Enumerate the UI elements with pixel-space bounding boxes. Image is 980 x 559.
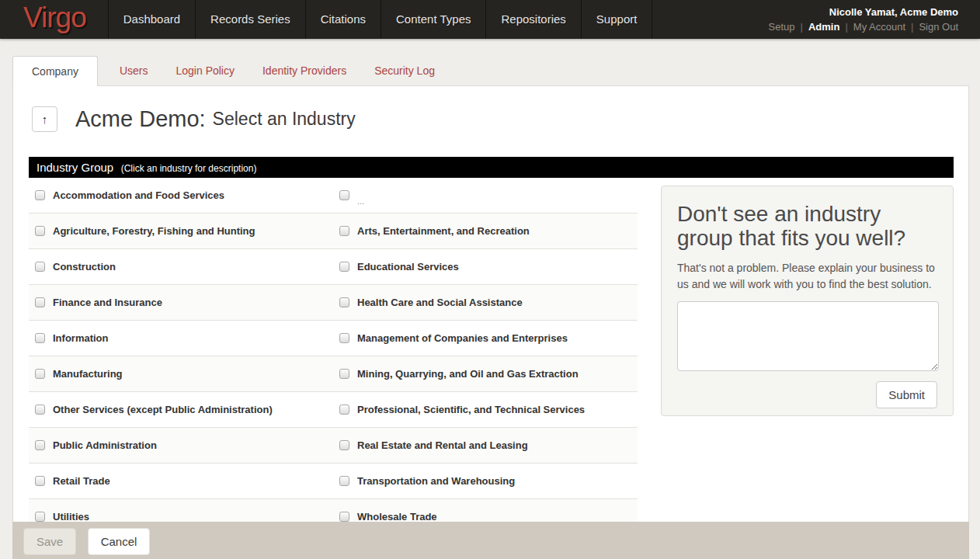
industry-row: Public AdministrationReal Estate and Ren… <box>29 428 638 464</box>
industry-label-utilities[interactable]: Utilities <box>53 511 89 523</box>
nav-item-records-series[interactable]: Records Series <box>196 0 306 39</box>
nav-user-block: Nicolle Yamat, Acme Demo Setup|Admin|My … <box>769 6 958 33</box>
industry-cell-right: Real Estate and Rental and Leasing <box>333 428 638 463</box>
industry-row: Retail TradeTransportation and Warehousi… <box>29 464 638 499</box>
up-arrow-icon: ↑ <box>42 113 48 126</box>
tab-identity-providers[interactable]: Identity Providers <box>248 56 360 86</box>
industry-cell-left: Finance and Insurance <box>29 285 333 320</box>
industry-label-professional-scientific-and-technical-services[interactable]: Professional, Scientific, and Technical … <box>357 404 585 415</box>
nav-item-repositories[interactable]: Repositories <box>486 0 581 39</box>
industry-cell-right: Arts, Entertainment, and Recreation <box>333 214 638 248</box>
industry-group-title: Industry Group <box>36 161 113 174</box>
industry-checkbox[interactable] <box>35 369 45 379</box>
submit-button[interactable]: Submit <box>876 381 937 408</box>
industry-cell-right: ... <box>333 178 638 213</box>
industry-checkbox[interactable] <box>35 262 45 272</box>
industry-label-information[interactable]: Information <box>53 332 109 344</box>
nav-link-my-account[interactable]: My Account <box>853 21 905 33</box>
industry-cell-left: Accommodation and Food Services <box>29 178 333 213</box>
industry-row: Agriculture, Forestry, Fishing and Hunti… <box>29 214 638 249</box>
industry-row: ManufacturingMining, Quarrying, and Oil … <box>29 356 638 392</box>
industry-cell-left: Public Administration <box>29 428 333 463</box>
industry-row: InformationManagement of Companies and E… <box>29 321 638 356</box>
industry-label-other-services-except-public-administration[interactable]: Other Services (except Public Administra… <box>53 404 273 415</box>
industry-row: Other Services (except Public Administra… <box>29 392 638 428</box>
industry-label-real-estate-and-rental-and-leasing[interactable]: Real Estate and Rental and Leasing <box>357 439 528 451</box>
industry-label-mining-quarrying-and-oil-and-gas-extraction[interactable]: Mining, Quarrying, and Oil and Gas Extra… <box>357 368 579 380</box>
industry-checkbox[interactable] <box>339 297 349 307</box>
industry-label-retail-trade[interactable]: Retail Trade <box>53 475 110 487</box>
suggestion-actions: Submit <box>677 381 937 408</box>
industry-checkbox[interactable] <box>339 262 349 272</box>
industry-checkbox[interactable] <box>339 190 349 200</box>
tab-login-policy[interactable]: Login Policy <box>162 56 248 86</box>
nav-link-separator: | <box>801 21 803 33</box>
industry-label-public-administration[interactable]: Public Administration <box>53 439 157 451</box>
industry-label-wholesale-trade[interactable]: Wholesale Trade <box>357 511 437 523</box>
industry-checkbox[interactable] <box>339 440 349 450</box>
industry-cell-right: Educational Services <box>333 249 638 284</box>
industry-checkbox[interactable] <box>339 404 349 415</box>
industry-label-finance-and-insurance[interactable]: Finance and Insurance <box>53 297 162 308</box>
industry-checkbox[interactable] <box>35 404 45 415</box>
industry-cell-right: Professional, Scientific, and Technical … <box>333 392 638 427</box>
industry-label-management-of-companies-and-enterprises[interactable]: Management of Companies and Enterprises <box>357 332 568 344</box>
nav-items: DashboardRecords SeriesCitationsContent … <box>108 0 653 39</box>
industry-label-transportation-and-warehousing[interactable]: Transportation and Warehousing <box>357 475 515 487</box>
industry-checkbox[interactable] <box>35 190 45 200</box>
nav-item-content-types[interactable]: Content Types <box>381 0 486 39</box>
nav-item-citations[interactable]: Citations <box>306 0 381 39</box>
industry-checkbox[interactable] <box>339 369 349 379</box>
nav-link-admin[interactable]: Admin <box>808 21 839 33</box>
industry-checkbox[interactable] <box>35 333 45 343</box>
suggestion-textarea[interactable] <box>677 301 939 371</box>
suggestion-heading: Don't see an industry group that fits yo… <box>677 202 937 251</box>
nav-links: Setup|Admin|My Account|Sign Out <box>769 21 958 33</box>
industry-checkbox[interactable] <box>35 512 45 522</box>
industry-checkbox[interactable] <box>35 226 45 236</box>
tab-users[interactable]: Users <box>106 56 162 86</box>
industry-row: Finance and InsuranceHealth Care and Soc… <box>29 285 638 321</box>
cancel-button[interactable]: Cancel <box>88 528 151 555</box>
top-navbar: Virgo DashboardRecords SeriesCitationsCo… <box>0 0 980 39</box>
save-button[interactable]: Save <box>23 528 76 555</box>
nav-link-sign-out[interactable]: Sign Out <box>919 21 958 33</box>
suggestion-body: That's not a problem. Please explain you… <box>677 260 937 293</box>
industry-checkbox[interactable] <box>35 440 45 450</box>
industry-cell-left: Manufacturing <box>29 356 333 391</box>
industry-label-accommodation-and-food-services[interactable]: Accommodation and Food Services <box>53 189 224 201</box>
industry-checkbox[interactable] <box>339 476 349 486</box>
industry-row: Accommodation and Food Services... <box>29 178 638 214</box>
industry-cell-right: Management of Companies and Enterprises <box>333 321 638 356</box>
page-subtitle: Select an Industry <box>213 109 356 130</box>
industry-group-note: (Click an industry for description) <box>121 163 257 174</box>
industry-checkbox[interactable] <box>339 226 349 236</box>
industry-suggestion-panel: Don't see an industry group that fits yo… <box>661 186 954 416</box>
industry-cell-right: Mining, Quarrying, and Oil and Gas Extra… <box>333 356 638 391</box>
industry-checkbox[interactable] <box>339 333 349 343</box>
industry-group-header: Industry Group (Click an industry for de… <box>29 157 954 178</box>
industry-checkbox[interactable] <box>339 512 349 522</box>
industry-label-[interactable]: ... <box>357 196 364 206</box>
industry-label-manufacturing[interactable]: Manufacturing <box>53 368 123 380</box>
virgo-logo[interactable]: Virgo <box>0 0 108 39</box>
industry-cell-right: Transportation and Warehousing <box>333 464 638 498</box>
industry-cell-left: Other Services (except Public Administra… <box>29 392 333 427</box>
tab-company[interactable]: Company <box>12 56 98 86</box>
nav-item-dashboard[interactable]: Dashboard <box>108 0 196 39</box>
industry-checkbox[interactable] <box>35 476 45 486</box>
industry-row: ConstructionEducational Services <box>29 249 638 285</box>
industry-label-educational-services[interactable]: Educational Services <box>357 261 459 273</box>
content-panel: ↑ Acme Demo: Select an Industry Industry… <box>12 85 969 559</box>
industry-label-health-care-and-social-assistance[interactable]: Health Care and Social Assistance <box>357 297 523 308</box>
admin-tabs: CompanyUsersLogin PolicyIdentity Provide… <box>12 56 449 86</box>
industry-label-arts-entertainment-and-recreation[interactable]: Arts, Entertainment, and Recreation <box>357 225 530 237</box>
nav-item-support[interactable]: Support <box>582 0 653 39</box>
industry-checkbox[interactable] <box>35 297 45 307</box>
industry-label-construction[interactable]: Construction <box>53 261 116 273</box>
tab-security-log[interactable]: Security Log <box>360 56 449 86</box>
up-arrow-button[interactable]: ↑ <box>32 106 57 132</box>
nav-link-setup[interactable]: Setup <box>769 21 795 33</box>
industry-label-agriculture-forestry-fishing-and-hunting[interactable]: Agriculture, Forestry, Fishing and Hunti… <box>53 225 255 237</box>
user-name: Nicolle Yamat, Acme Demo <box>769 6 958 18</box>
